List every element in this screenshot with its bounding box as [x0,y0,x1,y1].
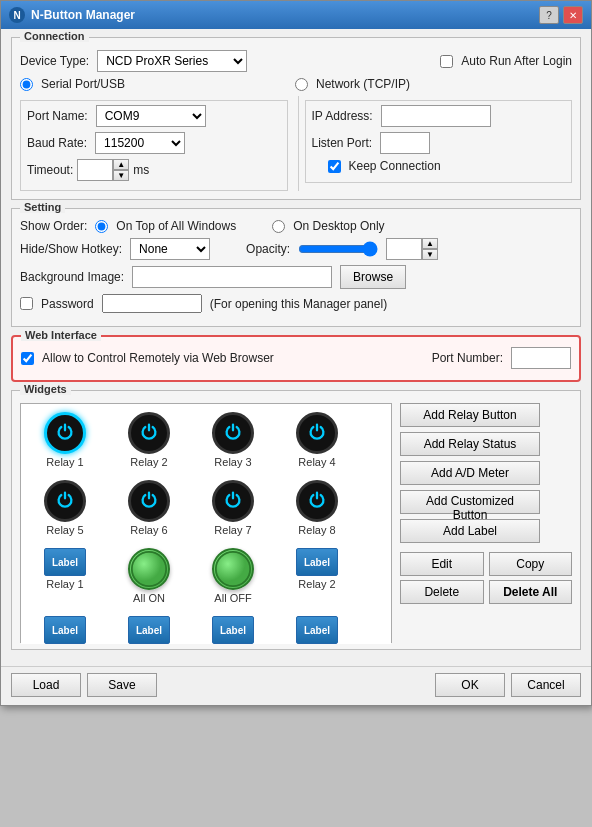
auto-run-checkbox[interactable] [440,55,453,68]
relay-3-icon [212,412,254,454]
all-on-label: All ON [133,592,165,604]
widgets-grid: Relay 1 Relay 2 [25,408,387,644]
on-top-radio[interactable] [95,220,108,233]
connection-section-label: Connection [20,30,89,42]
all-off-icon [212,548,254,590]
label-relay1-label: Relay 1 [46,578,83,590]
keep-connection-label: Keep Connection [349,159,441,173]
password-hint: (For opening this Manager panel) [210,297,387,311]
list-item[interactable]: All ON [109,544,189,608]
on-desktop-radio[interactable] [272,220,285,233]
opacity-input[interactable]: 100 [386,238,422,260]
list-item[interactable]: Relay 6 [109,476,189,540]
list-item[interactable]: Label Relay 4 [109,612,189,644]
web-allow-checkbox[interactable] [21,352,34,365]
opacity-slider[interactable] [298,241,378,257]
show-order-label: Show Order: [20,219,87,233]
web-interface-row: Allow to Control Remotely via Web Browse… [21,347,571,369]
network-radio[interactable] [295,78,308,91]
device-type-select[interactable]: NCD ProXR Series [97,50,247,72]
label-5-icon: Label [212,616,254,644]
timeout-row: Timeout: 30 ▲ ▼ ms [27,159,281,181]
edit-button[interactable]: Edit [400,552,484,576]
cancel-button[interactable]: Cancel [511,673,581,697]
connection-section: Connection Device Type: NCD ProXR Series… [11,37,581,200]
bg-image-input[interactable]: C:\Users\X220\Desktop\N-Button Samples\M… [132,266,332,288]
relay-2-icon [128,412,170,454]
list-item[interactable]: Label Relay 1 [25,544,105,608]
list-item[interactable]: Relay 5 [25,476,105,540]
port-name-select[interactable]: COM9 [96,105,206,127]
list-item[interactable]: Label Relay 5 [193,612,273,644]
setting-section: Setting Show Order: On Top of All Window… [11,208,581,327]
listen-port-label: Listen Port: [312,136,373,150]
list-item[interactable]: Relay 8 [277,476,357,540]
add-label-button[interactable]: Add Label [400,519,540,543]
show-order-row: Show Order: On Top of All Windows On Des… [20,219,572,233]
timeout-down-button[interactable]: ▼ [113,170,129,181]
password-checkbox[interactable] [20,297,33,310]
browse-button[interactable]: Browse [340,265,406,289]
hotkey-select[interactable]: None [130,238,210,260]
keep-connection-row: Keep Connection [312,159,566,173]
web-interface-label: Web Interface [21,329,101,341]
label-6-icon: Label [296,616,338,644]
svg-point-0 [132,552,166,586]
port-name-row: Port Name: COM9 [27,105,281,127]
list-item[interactable]: All OFF [193,544,273,608]
add-customized-button[interactable]: Add Customized Button [400,490,540,514]
timeout-up-button[interactable]: ▲ [113,159,129,170]
port-number-label: Port Number: [432,351,503,365]
widgets-buttons-panel: Add Relay Button Add Relay Status Add A/… [400,403,572,643]
list-item[interactable]: Relay 1 [25,408,105,472]
close-button[interactable]: ✕ [563,6,583,24]
list-item[interactable]: Relay 3 [193,408,273,472]
delete-button[interactable]: Delete [400,580,484,604]
svg-point-1 [216,552,250,586]
timeout-unit: ms [133,163,149,177]
list-item[interactable]: Label Relay 3 [25,612,105,644]
label-2-icon: Label [296,548,338,576]
password-input[interactable] [102,294,202,313]
list-item[interactable]: Relay 7 [193,476,273,540]
load-button[interactable]: Load [11,673,81,697]
ip-input[interactable]: 192.168.0.104 [381,105,491,127]
timeout-input[interactable]: 30 [77,159,113,181]
widgets-section-label: Widgets [20,383,71,395]
bg-image-label: Background Image: [20,270,124,284]
list-item[interactable]: Relay 2 [109,408,189,472]
relay-8-label: Relay 8 [298,524,335,536]
list-item[interactable]: Label Relay 2 [277,544,357,608]
title-bar: N N-Button Manager ? ✕ [1,1,591,29]
opacity-down-button[interactable]: ▼ [422,249,438,260]
device-type-row: Device Type: NCD ProXR Series Auto Run A… [20,50,572,72]
help-button[interactable]: ? [539,6,559,24]
web-allow-label: Allow to Control Remotely via Web Browse… [42,351,274,365]
hide-hotkey-label: Hide/Show Hotkey: [20,242,122,256]
listen-port-input[interactable]: 2000 [380,132,430,154]
baud-rate-label: Baud Rate: [27,136,87,150]
save-button[interactable]: Save [87,673,157,697]
copy-button[interactable]: Copy [489,552,573,576]
serial-radio[interactable] [20,78,33,91]
relay-7-label: Relay 7 [214,524,251,536]
delete-all-button[interactable]: Delete All [489,580,573,604]
list-item[interactable]: Relay 4 [277,408,357,472]
widgets-grid-scroll[interactable]: Relay 1 Relay 2 [21,404,391,644]
relay-1-icon [44,412,86,454]
ok-button[interactable]: OK [435,673,505,697]
add-ad-meter-button[interactable]: Add A/D Meter [400,461,540,485]
relay-1-label: Relay 1 [46,456,83,468]
opacity-up-button[interactable]: ▲ [422,238,438,249]
device-type-label: Device Type: [20,54,89,68]
add-relay-button[interactable]: Add Relay Button [400,403,540,427]
port-number-input[interactable]: 8080 [511,347,571,369]
keep-connection-checkbox[interactable] [328,160,341,173]
list-item[interactable]: Label Relay 6 [277,612,357,644]
add-relay-status-button[interactable]: Add Relay Status [400,432,540,456]
baud-rate-row: Baud Rate: 115200 [27,132,281,154]
label-3-icon: Label [44,616,86,644]
widgets-section: Widgets [11,390,581,650]
baud-rate-select[interactable]: 115200 [95,132,185,154]
opacity-label: Opacity: [246,242,290,256]
